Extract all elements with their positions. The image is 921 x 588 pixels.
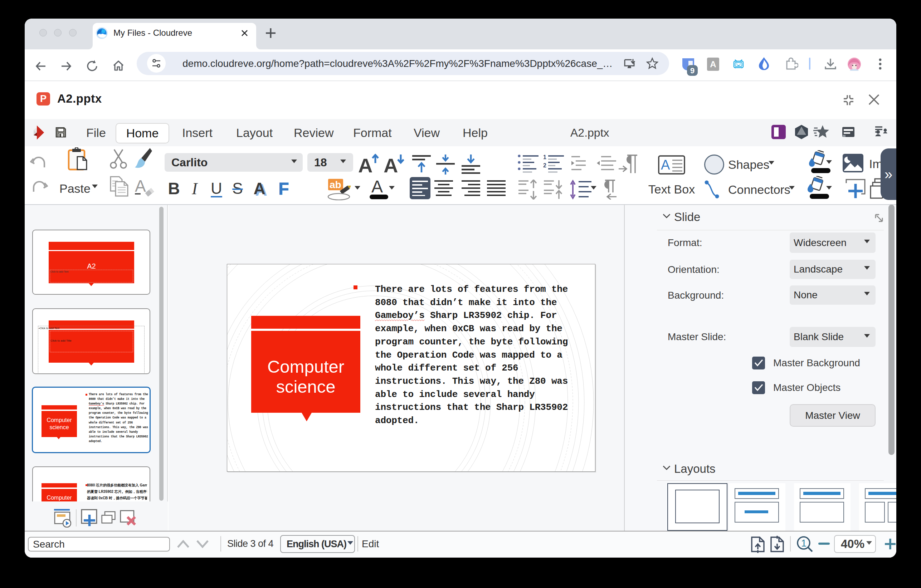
svg-text:9: 9 <box>690 66 695 75</box>
svg-text:2: 2 <box>543 162 547 169</box>
svg-text:ab: ab <box>330 179 341 190</box>
svg-text:1: 1 <box>801 538 807 549</box>
svg-text:A: A <box>358 154 373 175</box>
svg-text:1: 1 <box>543 154 547 160</box>
svg-text:A: A <box>371 177 383 196</box>
svg-text:A: A <box>135 178 146 195</box>
svg-text:A: A <box>384 154 398 175</box>
svg-text:A: A <box>661 158 670 172</box>
